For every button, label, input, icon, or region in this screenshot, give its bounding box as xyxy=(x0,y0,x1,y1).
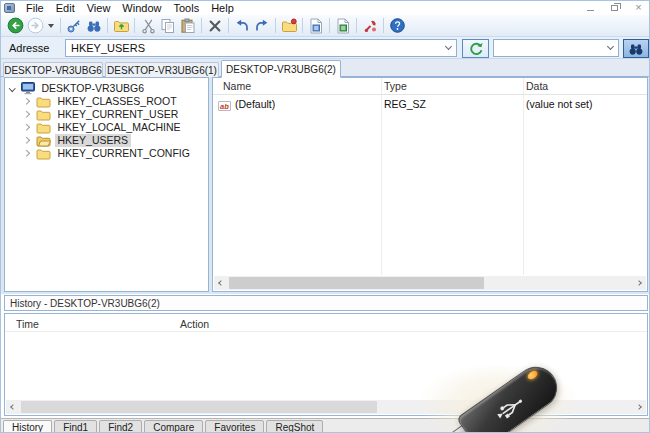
scroll-left-icon[interactable] xyxy=(214,276,228,290)
column-header-type[interactable]: Type xyxy=(384,80,407,92)
toolbar-separator xyxy=(329,18,330,33)
registry-tree-panel[interactable]: DESKTOP-VR3UBG6 HKEY_CLASSES_ROOT HKEY_C… xyxy=(4,77,209,292)
tree-item-hkey-users-selected[interactable]: HKEY_USERS xyxy=(5,134,208,147)
undo-icon[interactable] xyxy=(232,16,252,35)
favorites-folder-icon[interactable] xyxy=(279,16,299,35)
connect-key-icon[interactable] xyxy=(64,16,84,35)
search-button[interactable] xyxy=(623,39,649,58)
back-icon[interactable] xyxy=(5,16,25,35)
history-dropdown-icon[interactable] xyxy=(45,16,57,35)
session-tab-2[interactable]: DESKTOP-VR3UBG6(1) xyxy=(105,62,219,77)
values-horizontal-scrollbar[interactable] xyxy=(214,276,646,290)
tree-root-item[interactable]: DESKTOP-VR3UBG6 xyxy=(5,82,208,95)
go-refresh-button[interactable] xyxy=(462,39,489,58)
tree-item-label[interactable]: HKEY_CURRENT_USER xyxy=(55,108,182,121)
scroll-right-icon[interactable] xyxy=(632,400,646,414)
menu-bar: File Edit View Window Tools Help × xyxy=(1,1,649,15)
history-panel-titlebar: History - DESKTOP-VR3UBG6(2) xyxy=(4,295,648,311)
import-reg-file-icon[interactable] xyxy=(333,16,353,35)
address-value[interactable]: HKEY_USERS xyxy=(71,42,145,54)
tree-item-hkey-local-machine[interactable]: HKEY_LOCAL_MACHINE xyxy=(5,121,208,134)
usb-trident-icon xyxy=(489,392,527,426)
computer-icon xyxy=(21,82,35,95)
help-icon[interactable] xyxy=(387,16,407,35)
address-bar: Adresse HKEY_USERS xyxy=(1,37,649,59)
forward-icon[interactable] xyxy=(25,16,45,35)
value-name[interactable]: (Default) xyxy=(235,98,275,110)
bottom-tab-history[interactable]: History xyxy=(3,420,52,433)
toolbar-separator xyxy=(356,18,357,33)
toolbar-separator xyxy=(383,18,384,33)
filter-combobox[interactable] xyxy=(493,39,619,57)
usb-led-indicator xyxy=(526,369,539,381)
scroll-right-icon[interactable] xyxy=(632,276,646,290)
close-button[interactable]: × xyxy=(632,2,645,13)
tree-item-hkey-current-config[interactable]: HKEY_CURRENT_CONFIG xyxy=(5,147,208,160)
chevron-right-icon[interactable] xyxy=(23,124,29,130)
app-icon xyxy=(4,3,15,13)
chevron-right-icon[interactable] xyxy=(23,150,29,156)
search-binoculars-icon xyxy=(628,42,644,56)
tree-item-hkey-current-user[interactable]: HKEY_CURRENT_USER xyxy=(5,108,208,121)
up-one-level-folder-icon[interactable] xyxy=(111,16,131,35)
session-tab-3-active[interactable]: DESKTOP-VR3UBG6(2) xyxy=(221,60,341,78)
folder-icon xyxy=(36,148,51,160)
value-data: (value not set) xyxy=(526,98,593,110)
cut-icon[interactable] xyxy=(138,16,158,35)
menu-help[interactable]: Help xyxy=(205,1,240,15)
chevron-down-icon[interactable] xyxy=(9,85,15,91)
column-header-name[interactable]: Name xyxy=(223,80,251,92)
minimize-button[interactable] xyxy=(584,2,597,13)
redo-icon[interactable] xyxy=(252,16,272,35)
chevron-right-icon[interactable] xyxy=(23,98,29,104)
donate-icon[interactable] xyxy=(360,16,380,35)
tree-item-label[interactable]: HKEY_LOCAL_MACHINE xyxy=(55,121,184,134)
paste-icon[interactable] xyxy=(178,16,198,35)
address-combobox[interactable]: HKEY_USERS xyxy=(65,39,457,57)
session-tab-1[interactable]: DESKTOP-VR3UBG6 xyxy=(3,62,103,77)
copy-icon[interactable] xyxy=(158,16,178,35)
folder-icon xyxy=(36,96,51,108)
bottom-tab-compare[interactable]: Compare xyxy=(144,420,203,433)
scrollbar-thumb[interactable] xyxy=(21,401,377,413)
history-column-header: Time Action xyxy=(5,316,647,332)
open-folder-icon xyxy=(36,135,51,147)
column-header-data[interactable]: Data xyxy=(526,80,548,92)
bottom-tab-find2[interactable]: Find2 xyxy=(99,420,142,433)
scrollbar-thumb[interactable] xyxy=(229,277,484,289)
bottom-tab-regshot[interactable]: RegShot xyxy=(266,420,323,433)
export-reg-file-icon[interactable] xyxy=(306,16,326,35)
folder-icon xyxy=(36,122,51,134)
tree-item-label-selected[interactable]: HKEY_USERS xyxy=(55,134,132,147)
scroll-left-icon[interactable] xyxy=(6,400,20,414)
bottom-tab-find1[interactable]: Find1 xyxy=(54,420,97,433)
filter-dropdown-icon[interactable] xyxy=(602,40,618,56)
toolbar-separator xyxy=(302,18,303,33)
toolbar-separator xyxy=(201,18,202,33)
menu-tools[interactable]: Tools xyxy=(167,1,205,15)
menu-edit[interactable]: Edit xyxy=(50,1,81,15)
address-dropdown-icon[interactable] xyxy=(440,40,456,56)
history-panel-title: History - DESKTOP-VR3UBG6(2) xyxy=(10,298,160,309)
chevron-right-icon[interactable] xyxy=(23,137,29,143)
delete-icon[interactable] xyxy=(205,16,225,35)
menu-view[interactable]: View xyxy=(81,1,117,15)
find-binoculars-icon[interactable] xyxy=(84,16,104,35)
menu-window[interactable]: Window xyxy=(116,1,167,15)
window-controls: × xyxy=(584,2,645,13)
tree-item-hkey-classes-root[interactable]: HKEY_CLASSES_ROOT xyxy=(5,95,208,108)
value-row-default[interactable]: ab(Default) REG_SZ (value not set) xyxy=(213,97,647,111)
session-tab-bar: DESKTOP-VR3UBG6 DESKTOP-VR3UBG6(1) DESKT… xyxy=(1,59,649,77)
toolbar-separator xyxy=(134,18,135,33)
tree-item-label[interactable]: HKEY_CURRENT_CONFIG xyxy=(55,147,193,160)
menu-file[interactable]: File xyxy=(20,1,50,15)
column-header-action[interactable]: Action xyxy=(180,318,209,330)
tree-item-label[interactable]: HKEY_CLASSES_ROOT xyxy=(55,95,180,108)
chevron-right-icon[interactable] xyxy=(23,111,29,117)
tree-root-label[interactable]: DESKTOP-VR3UBG6 xyxy=(39,82,148,95)
values-list-panel[interactable]: Name Type Data ab(Default) REG_SZ (value… xyxy=(212,77,648,292)
toolbar xyxy=(1,15,649,37)
restore-button[interactable] xyxy=(608,2,621,13)
column-header-time[interactable]: Time xyxy=(16,318,39,330)
bottom-tab-favorites[interactable]: Favorites xyxy=(205,420,264,433)
